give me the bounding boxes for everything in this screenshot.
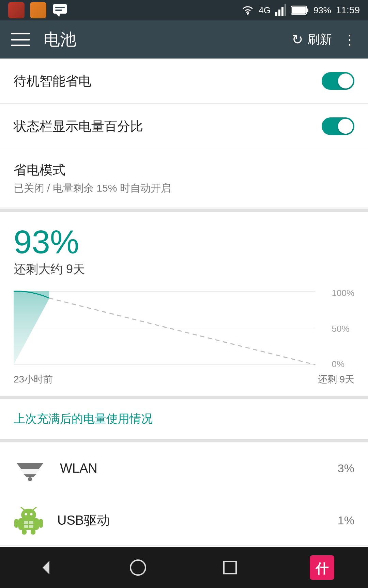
svg-rect-31 bbox=[22, 529, 27, 535]
more-options-button[interactable]: ⋮ bbox=[343, 32, 357, 47]
usage-link-section[interactable]: 上次充满后的电量使用情况 bbox=[0, 399, 368, 442]
chart-label-50: 50% bbox=[332, 324, 355, 334]
app-list-item-wlan[interactable]: WLAN 3% bbox=[0, 442, 368, 495]
network-type: 4G bbox=[259, 5, 271, 16]
app-icon-1 bbox=[8, 2, 25, 18]
wlan-name: WLAN bbox=[60, 461, 338, 476]
svg-point-24 bbox=[21, 509, 36, 521]
svg-rect-3 bbox=[55, 10, 62, 11]
svg-rect-7 bbox=[281, 7, 283, 16]
chart-right-label: 还剩 9天 bbox=[318, 373, 354, 386]
svg-rect-5 bbox=[275, 12, 277, 16]
page-title: 电池 bbox=[44, 29, 292, 50]
chart-time-labels: 23小时前 还剩 9天 bbox=[14, 373, 354, 386]
status-bar: 4G 93% 11:59 bbox=[0, 0, 368, 20]
battery-chart: 100% 50% 0% bbox=[14, 288, 354, 370]
usage-link-text[interactable]: 上次充满后的电量使用情况 bbox=[14, 412, 153, 425]
refresh-label: 刷新 bbox=[307, 31, 332, 48]
toggle-status-bar[interactable] bbox=[322, 117, 354, 135]
svg-rect-10 bbox=[307, 9, 308, 12]
battery-section: 93% 还剩大约 9天 100% 5 bbox=[0, 209, 368, 399]
svg-rect-8 bbox=[285, 4, 286, 16]
toolbar-actions: ↻ 刷新 ⋮ bbox=[292, 31, 357, 48]
setting-power-save[interactable]: 省电模式 已关闭 / 电量剩余 15% 时自动开启 bbox=[0, 149, 368, 208]
menu-button[interactable] bbox=[11, 33, 30, 46]
wlan-percent: 3% bbox=[338, 462, 354, 475]
app-list-item-usb[interactable]: USB驱动 1% bbox=[0, 495, 368, 546]
svg-rect-11 bbox=[292, 7, 306, 14]
usb-name: USB驱动 bbox=[57, 512, 338, 529]
setting-power-save-sub: 已关闭 / 电量剩余 15% 时自动开启 bbox=[14, 181, 171, 195]
battery-percent-status: 93% bbox=[313, 5, 331, 16]
svg-point-21 bbox=[28, 477, 32, 481]
usb-percent: 1% bbox=[338, 514, 354, 527]
setting-power-save-label: 省电模式 bbox=[14, 161, 65, 179]
wlan-icon bbox=[14, 452, 46, 485]
svg-rect-29 bbox=[14, 519, 18, 528]
status-bar-left bbox=[8, 2, 68, 18]
refresh-icon: ↻ bbox=[292, 32, 303, 47]
message-icon bbox=[52, 2, 68, 18]
status-bar-right: 4G 93% 11:59 bbox=[242, 4, 360, 16]
svg-rect-0 bbox=[53, 4, 67, 14]
svg-point-38 bbox=[131, 560, 145, 575]
back-button[interactable] bbox=[32, 554, 60, 581]
battery-percentage: 93% bbox=[14, 226, 354, 258]
clock: 11:59 bbox=[336, 5, 360, 16]
svg-rect-32 bbox=[31, 529, 35, 535]
battery-icon bbox=[291, 5, 309, 15]
svg-rect-2 bbox=[55, 7, 65, 8]
svg-marker-37 bbox=[43, 561, 49, 574]
home-button[interactable] bbox=[124, 554, 152, 581]
setting-standby-power[interactable]: 待机智能省电 bbox=[0, 59, 368, 104]
toolbar: 电池 ↻ 刷新 ⋮ bbox=[0, 20, 368, 59]
svg-point-26 bbox=[30, 513, 33, 516]
signal-icon bbox=[275, 4, 286, 16]
svg-rect-39 bbox=[224, 561, 236, 574]
chart-svg bbox=[14, 288, 354, 370]
svg-rect-6 bbox=[278, 10, 280, 16]
android-icon bbox=[14, 505, 44, 535]
recent-apps-button[interactable] bbox=[216, 554, 244, 581]
svg-rect-30 bbox=[39, 519, 43, 528]
battery-remaining: 还剩大约 9天 bbox=[14, 261, 354, 278]
app-icon-2 bbox=[30, 2, 46, 18]
chart-label-100: 100% bbox=[332, 288, 355, 298]
chart-left-label: 23小时前 bbox=[14, 373, 53, 386]
refresh-button[interactable]: ↻ 刷新 bbox=[292, 31, 332, 48]
setting-status-bar-percent[interactable]: 状态栏显示电量百分比 bbox=[0, 104, 368, 149]
svg-point-4 bbox=[247, 13, 249, 15]
svg-marker-1 bbox=[56, 14, 60, 17]
setting-standby-label: 待机智能省电 bbox=[14, 72, 322, 90]
setting-status-label: 状态栏显示电量百分比 bbox=[14, 118, 322, 135]
svg-text:什: 什 bbox=[315, 561, 329, 576]
wifi-status-icon bbox=[242, 4, 254, 16]
svg-point-25 bbox=[25, 513, 27, 516]
smzdm-button[interactable]: 什 bbox=[308, 554, 336, 581]
chart-label-0: 0% bbox=[332, 359, 355, 370]
toggle-standby[interactable] bbox=[322, 72, 354, 90]
bottom-navigation: 什 bbox=[0, 547, 368, 588]
svg-line-16 bbox=[49, 298, 315, 365]
